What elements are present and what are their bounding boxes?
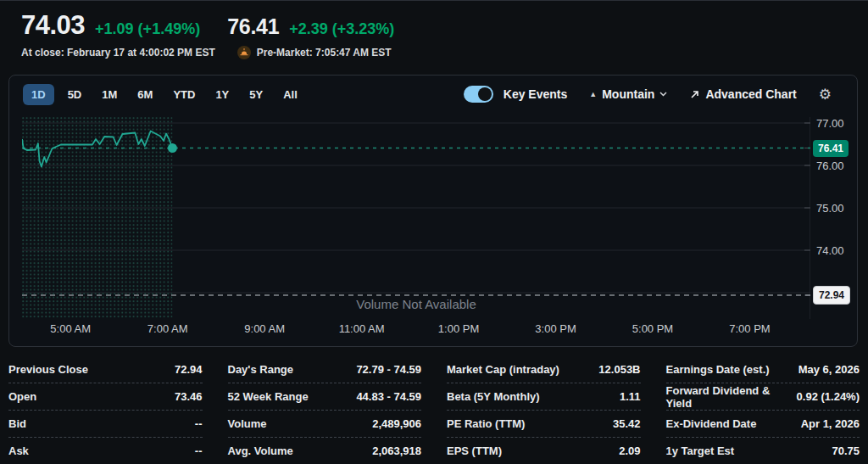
range-tab-1m[interactable]: 1M — [95, 84, 124, 105]
stat-label: PE Ratio (TTM) — [447, 417, 525, 430]
stat-value: May 6, 2026 — [798, 363, 860, 376]
stats-column: Market Cap (intraday)12.053BBeta (5Y Mon… — [447, 356, 641, 464]
stat-row: PE Ratio (TTM)35.42 — [447, 411, 641, 438]
stat-value: -- — [195, 444, 203, 457]
x-axis-label: 9:00 AM — [244, 322, 285, 335]
range-tab-ytd[interactable]: YTD — [166, 84, 202, 105]
stat-row: Avg. Volume2,063,918 — [228, 438, 422, 464]
range-tab-5d[interactable]: 5D — [61, 84, 89, 105]
x-axis-label: 5:00 PM — [632, 322, 673, 335]
stats-column: Previous Close72.94Open73.46Bid--Ask-- — [8, 356, 203, 464]
premarket-note-group: Pre-Market: 7:05:47 AM EST — [237, 46, 392, 59]
stat-label: Beta (5Y Monthly) — [447, 390, 540, 403]
advanced-chart-icon — [689, 89, 700, 100]
stat-value: 73.46 — [175, 390, 203, 403]
price-chart-plot[interactable]: Volume Not Available — [22, 117, 810, 319]
advanced-chart-label: Advanced Chart — [705, 87, 796, 101]
price-row: 74.03 +1.09 (+1.49%) 76.41 +2.39 (+3.23%… — [21, 10, 394, 41]
premarket-change: +2.39 (+3.23%) — [289, 20, 394, 38]
previous-close-badge: 72.94 — [813, 286, 850, 305]
stat-value: 12.053B — [598, 363, 640, 376]
chart-type-label: Mountain — [602, 87, 654, 101]
range-tab-all[interactable]: All — [276, 84, 304, 105]
stat-value: 72.94 — [175, 363, 203, 376]
stat-label: Ask — [8, 444, 29, 457]
stat-row: Earnings Date (est.)May 6, 2026 — [666, 356, 860, 383]
x-axis-label: 11:00 AM — [339, 322, 385, 335]
stat-value: 0.92 (1.24%) — [797, 390, 860, 403]
stat-value: 44.83 - 74.59 — [356, 390, 421, 403]
stat-label: Open — [8, 390, 36, 403]
y-axis-label: 74.00 — [816, 244, 844, 257]
stat-row: Ask-- — [8, 438, 203, 464]
stat-label: Avg. Volume — [228, 444, 293, 457]
stat-label: 52 Week Range — [228, 390, 309, 403]
chart-options: Key Events ▲ Mountain Advanced Chart ⚙ — [464, 86, 832, 103]
stat-value: Apr 1, 2026 — [801, 417, 860, 430]
stat-value: 72.79 - 74.59 — [356, 363, 421, 376]
stat-value: 1.11 — [620, 390, 641, 403]
stat-row: Previous Close72.94 — [8, 356, 203, 383]
premarket-note: Pre-Market: 7:05:47 AM EST — [257, 47, 392, 59]
stats-column: Day's Range72.79 - 74.5952 Week Range44.… — [228, 356, 422, 464]
advanced-chart-button[interactable]: Advanced Chart — [689, 87, 796, 101]
statistics-table: Previous Close72.94Open73.46Bid--Ask--Da… — [0, 356, 868, 464]
range-tab-6m[interactable]: 6M — [131, 84, 159, 105]
price-subtitles: At close: February 17 at 4:00:02 PM EST … — [21, 46, 394, 59]
stat-label: Earnings Date (est.) — [666, 363, 770, 376]
premarket-price: 76.41 — [227, 14, 279, 39]
stat-value: 35.42 — [613, 417, 641, 430]
y-axis-label: 75.00 — [816, 202, 844, 215]
stat-label: EPS (TTM) — [447, 444, 502, 457]
volume-note: Volume Not Available — [356, 297, 476, 311]
quote-header: 74.03 +1.09 (+1.49%) 76.41 +2.39 (+3.23%… — [21, 10, 394, 59]
stat-row: Beta (5Y Monthly)1.11 — [447, 383, 641, 411]
at-close-note: At close: February 17 at 4:00:02 PM EST — [21, 47, 215, 59]
chart-type-dropdown[interactable]: ▲ Mountain — [589, 87, 667, 101]
x-axis-label: 7:00 PM — [729, 322, 770, 335]
stat-label: 1y Target Est — [666, 444, 735, 457]
stat-value: -- — [195, 417, 203, 430]
chevron-down-icon — [659, 92, 667, 97]
range-tabs: 1D 5D 1M 6M YTD 1Y 5Y All — [23, 84, 304, 105]
stock-quote-page: 74.03 +1.09 (+1.49%) 76.41 +2.39 (+3.23%… — [0, 0, 868, 464]
settings-gear-icon[interactable]: ⚙ — [819, 87, 832, 102]
key-events-label: Key Events — [504, 87, 567, 101]
current-price-badge: 76.41 — [813, 140, 849, 157]
stat-value: 70.75 — [832, 444, 860, 457]
y-axis-label: 77.00 — [816, 117, 844, 130]
key-events-toggle[interactable] — [464, 86, 493, 103]
stat-row: Ex-Dividend DateApr 1, 2026 — [666, 411, 860, 438]
price-chart-svg — [22, 117, 810, 319]
stat-row: Market Cap (intraday)12.053B — [447, 356, 641, 383]
stat-row: 52 Week Range44.83 - 74.59 — [228, 383, 422, 411]
range-tab-1d[interactable]: 1D — [23, 84, 54, 105]
stat-row: Day's Range72.79 - 74.59 — [228, 356, 422, 383]
stat-label: Previous Close — [8, 363, 88, 376]
x-axis-label: 7:00 AM — [147, 322, 188, 335]
mountain-icon: ▲ — [589, 91, 597, 98]
stat-row: Forward Dividend & Yield0.92 (1.24%) — [666, 383, 860, 411]
stat-row: Bid-- — [8, 411, 203, 438]
stat-row: Volume2,489,906 — [228, 411, 422, 438]
stat-label: Day's Range — [228, 363, 294, 376]
stat-label: Market Cap (intraday) — [447, 363, 559, 376]
stat-row: EPS (TTM)2.09 — [447, 438, 641, 464]
stat-row: Open73.46 — [8, 383, 203, 411]
range-tab-1y[interactable]: 1Y — [209, 84, 236, 105]
stat-value: 2,063,918 — [372, 444, 421, 457]
stat-label: Forward Dividend & Yield — [666, 384, 797, 410]
stats-column: Earnings Date (est.)May 6, 2026Forward D… — [666, 356, 860, 464]
stat-value: 2,489,906 — [372, 417, 421, 430]
y-axis-label: 76.00 — [816, 159, 844, 172]
sunrise-icon — [237, 46, 251, 59]
range-tab-5y[interactable]: 5Y — [242, 84, 270, 105]
regular-market-price: 74.03 — [21, 10, 85, 41]
x-axis-label: 3:00 PM — [535, 322, 576, 335]
stat-label: Bid — [8, 417, 26, 430]
toggle-knob — [478, 87, 492, 101]
stat-row: 1y Target Est70.75 — [666, 438, 860, 464]
top-divider — [0, 0, 868, 1]
chart-card: 1D 5D 1M 6M YTD 1Y 5Y All Key Events ▲ M… — [8, 75, 858, 347]
stat-label: Ex-Dividend Date — [666, 417, 757, 430]
